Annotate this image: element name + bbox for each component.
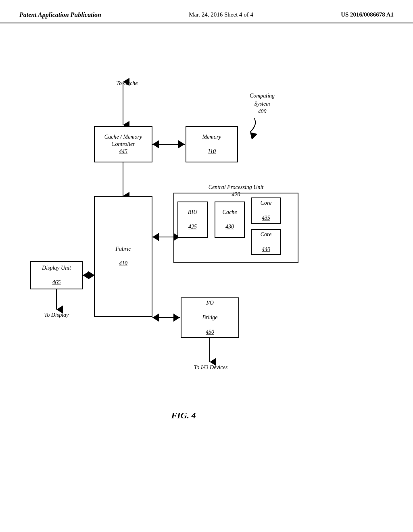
diagram-area: To Cache Computing System 400 Cache / Me…	[0, 23, 413, 499]
computing-system-label: Computing System 400	[238, 92, 286, 116]
core440-box: Core 440	[251, 229, 281, 255]
cache-memory-controller-box: Cache / Memory Controller 445	[94, 126, 152, 162]
cache-box: Cache 430	[215, 202, 245, 238]
cpu-outer-box: BIU 425 Cache 430 Core 435 Core 440	[173, 193, 298, 263]
display-unit-box: Display Unit 465	[30, 261, 83, 289]
sheet-info: Mar. 24, 2016 Sheet 4 of 4	[189, 11, 253, 18]
page-header: Patent Application Publication Mar. 24, …	[0, 0, 413, 23]
memory-box: Memory 110	[186, 126, 238, 162]
to-cache-label: To Cache	[107, 80, 147, 87]
publication-title: Patent Application Publication	[19, 11, 101, 19]
cache-memory-controller-text: Cache / Memory Controller 445	[104, 133, 142, 156]
biu-box: BIU 425	[177, 202, 208, 238]
fig-label: FIG. 4	[153, 410, 214, 421]
fabric-box: Fabric 410	[94, 196, 152, 317]
to-io-label: To I/O Devices	[184, 364, 238, 371]
to-display-label: To Display	[38, 312, 75, 319]
core435-box: Core 435	[251, 197, 281, 224]
patent-number: US 2016/0086678 A1	[341, 11, 394, 18]
io-bridge-box: I/O Bridge 450	[181, 297, 239, 338]
